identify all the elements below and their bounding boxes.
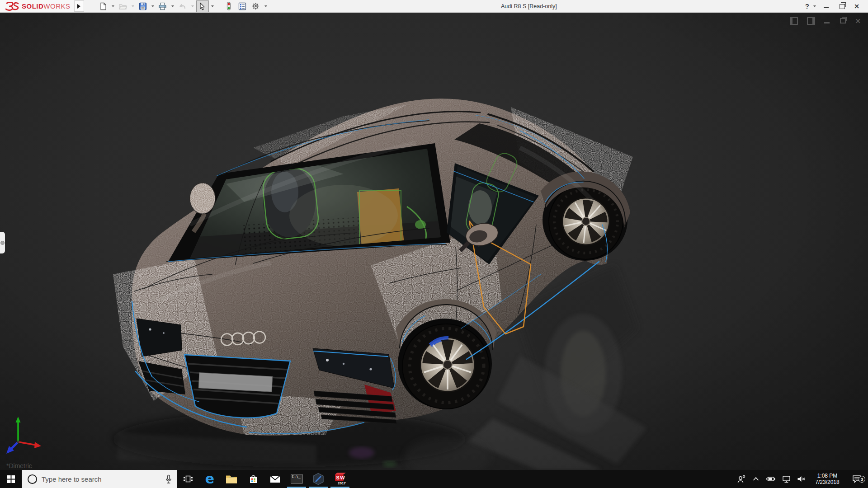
- y-axis-arrow: [16, 417, 21, 422]
- taskbar-clock[interactable]: 1:08 PM 7/23/2018: [812, 473, 843, 485]
- panel-right-toggle[interactable]: [807, 17, 815, 25]
- task-view-button[interactable]: [177, 470, 199, 488]
- command-prompt-button[interactable]: C:\_: [286, 470, 307, 488]
- file-properties-icon: [238, 2, 246, 10]
- solidworks-logo[interactable]: SOLIDWORKS: [0, 0, 74, 12]
- new-document-icon: [99, 2, 107, 10]
- file-explorer-button[interactable]: [221, 470, 242, 488]
- panel-left-toggle[interactable]: [790, 17, 798, 25]
- graphics-viewport[interactable]: ✕ *Dimetric: [0, 12, 868, 470]
- doc-restore-button[interactable]: [839, 17, 846, 25]
- panel-left-icon: [790, 17, 798, 25]
- start-button[interactable]: [0, 470, 22, 488]
- battery-charging-icon: [766, 475, 776, 483]
- doc-restore-icon: [840, 18, 846, 23]
- notification-badge: 3: [859, 476, 865, 483]
- document-title: Audi R8 S [Read-only]: [501, 0, 557, 12]
- search-placeholder: Type here to search: [42, 475, 160, 483]
- solidworks-2017-icon: SW 2017: [333, 472, 347, 486]
- options-dropdown[interactable]: [263, 1, 269, 12]
- open-dropdown: [130, 1, 136, 12]
- solidworks-logo-mark: [5, 2, 19, 11]
- document-window-controls: ✕: [790, 17, 861, 25]
- model-scene[interactable]: [0, 12, 868, 470]
- select-tool-button[interactable]: [196, 0, 209, 12]
- edge-icon: e: [205, 472, 214, 486]
- save-button[interactable]: [137, 0, 149, 12]
- undo-button: [176, 0, 189, 12]
- view-orientation-label: *Dimetric: [6, 462, 32, 469]
- options-gear-icon: [251, 2, 260, 10]
- undo-arrow-icon: [178, 2, 187, 10]
- edge-browser-button[interactable]: e: [199, 470, 221, 488]
- hexagon-app-icon: [312, 473, 324, 485]
- menu-flyout-button[interactable]: [74, 0, 84, 12]
- select-tool-dropdown[interactable]: [210, 1, 215, 12]
- solidworks-wordmark: SOLIDWORKS: [22, 2, 71, 10]
- minimize-button[interactable]: [819, 0, 833, 12]
- microphone-icon[interactable]: [165, 474, 172, 484]
- show-hidden-icons-button[interactable]: [752, 476, 760, 482]
- clock-date: 7/23/2018: [812, 479, 843, 485]
- svg-text:2017: 2017: [338, 481, 346, 485]
- cortana-icon: [28, 474, 37, 484]
- command-prompt-icon: C:\_: [291, 474, 303, 484]
- file-explorer-icon: [226, 474, 237, 484]
- restore-button[interactable]: [835, 0, 848, 12]
- solidworks-window: SOLIDWORKS: [0, 0, 868, 488]
- printer-icon: [158, 2, 167, 10]
- people-button[interactable]: [737, 475, 746, 483]
- quick-access-toolbar: [97, 0, 269, 12]
- options-button[interactable]: [250, 0, 262, 12]
- chevron-down-icon: [211, 5, 214, 7]
- mail-button[interactable]: [264, 470, 286, 488]
- help-dropdown[interactable]: [812, 1, 817, 12]
- save-dropdown[interactable]: [150, 1, 156, 12]
- chevron-down-icon: [813, 5, 816, 7]
- battery-status[interactable]: [766, 475, 776, 483]
- help-button[interactable]: ?: [804, 2, 810, 10]
- action-center-button[interactable]: 3: [849, 475, 864, 483]
- clock-time: 1:08 PM: [812, 473, 843, 479]
- store-icon: [249, 474, 258, 484]
- new-document-button[interactable]: [97, 0, 109, 12]
- network-status[interactable]: [782, 475, 791, 483]
- mail-icon: [270, 475, 280, 483]
- minimize-icon: [824, 7, 829, 8]
- restore-icon: [840, 4, 845, 9]
- featuremanager-collapsed-tab[interactable]: [0, 232, 5, 253]
- network-icon: [782, 475, 791, 483]
- print-button[interactable]: [156, 0, 169, 12]
- file-properties-button[interactable]: [236, 0, 249, 12]
- microsoft-store-button[interactable]: [242, 470, 264, 488]
- window-controls: ? ✕: [804, 0, 868, 12]
- windows-logo-icon: [7, 475, 15, 483]
- chevron-down-icon: [151, 5, 154, 7]
- featuremanager-tab-handle-icon: [0, 241, 5, 245]
- print-dropdown[interactable]: [170, 1, 175, 12]
- solidworks-2017-button[interactable]: SW 2017: [329, 470, 351, 488]
- save-floppy-icon: [139, 2, 147, 10]
- chevron-down-icon: [112, 5, 114, 7]
- volume-muted-icon: [797, 475, 806, 483]
- hexagon-app-button[interactable]: [307, 470, 329, 488]
- rebuild-button[interactable]: [222, 0, 235, 12]
- people-icon: [737, 475, 746, 483]
- windows-taskbar: Type here to search e: [0, 470, 868, 488]
- panel-right-icon: [807, 17, 815, 25]
- rebuild-traffic-light-icon: [226, 2, 232, 10]
- open-button: [117, 0, 129, 12]
- flyout-arrow-icon: [77, 4, 80, 9]
- close-icon: ✕: [854, 3, 859, 10]
- chevron-down-icon: [191, 5, 194, 7]
- task-view-icon: [183, 474, 193, 483]
- doc-minimize-button[interactable]: [824, 17, 830, 25]
- orientation-triad: [3, 414, 48, 459]
- volume-status[interactable]: [797, 475, 806, 483]
- doc-close-button[interactable]: ✕: [855, 17, 861, 25]
- close-button[interactable]: ✕: [850, 0, 863, 12]
- system-tray: 1:08 PM 7/23/2018 3: [737, 470, 868, 488]
- new-document-dropdown[interactable]: [110, 1, 116, 12]
- taskbar-search-box[interactable]: Type here to search: [22, 470, 177, 488]
- open-folder-icon: [118, 2, 127, 10]
